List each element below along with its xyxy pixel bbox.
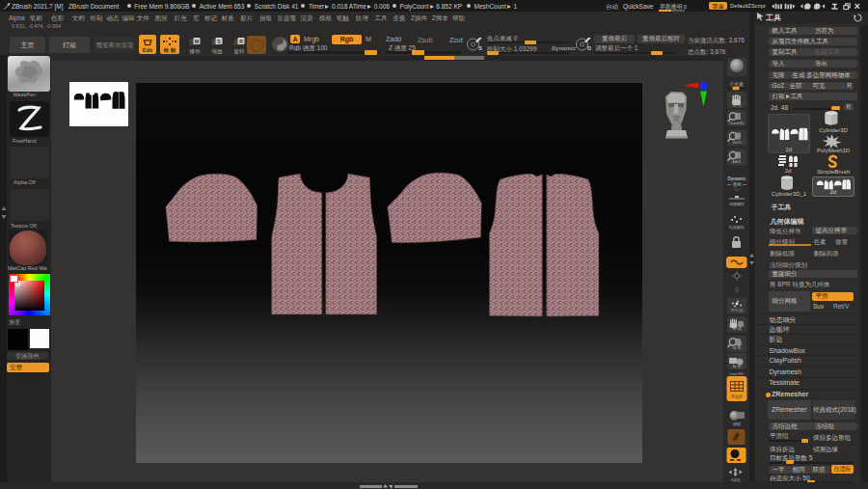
svg-text:子色素: 子色素 bbox=[729, 81, 744, 88]
svg-text:中心点: 中心点 bbox=[731, 308, 743, 312]
svg-text:D: D bbox=[587, 45, 591, 51]
svg-text:旋转: 旋转 bbox=[233, 48, 246, 55]
svg-text:缩 放: 缩 放 bbox=[732, 345, 741, 350]
svg-text:R: R bbox=[239, 39, 243, 44]
svg-text:Edit: Edit bbox=[142, 47, 152, 53]
svg-text:缩放: 缩放 bbox=[212, 48, 224, 55]
svg-text:100%: 100% bbox=[732, 140, 743, 145]
svg-text:地面网格: 地面网格 bbox=[728, 202, 745, 206]
svg-text:S: S bbox=[478, 45, 482, 51]
svg-text:梼材: 梼材 bbox=[733, 421, 741, 427]
svg-text:吐对称吐: 吐对称吐 bbox=[729, 225, 745, 230]
svg-text:─□─: ─□─ bbox=[732, 187, 741, 192]
svg-text:旋 转: 旋 转 bbox=[732, 364, 742, 368]
svg-text:滚 动: 滚 动 bbox=[732, 102, 741, 107]
svg-text:移 动: 移 动 bbox=[732, 326, 741, 331]
svg-text:静音球: 静音球 bbox=[732, 71, 743, 76]
svg-text:Zoom3D: Zoom3D bbox=[729, 121, 744, 125]
svg-text:M: M bbox=[195, 39, 199, 44]
svg-text:Q: Q bbox=[735, 286, 739, 292]
svg-text:Dynamic: Dynamic bbox=[728, 177, 746, 181]
svg-text:移动: 移动 bbox=[190, 48, 202, 55]
svg-text:绘 制: 绘 制 bbox=[163, 47, 176, 54]
svg-text:PolyF: PolyF bbox=[731, 394, 743, 399]
svg-text:S: S bbox=[217, 39, 221, 44]
svg-text:Line Fill: Line Fill bbox=[730, 371, 744, 376]
svg-text:AA半: AA半 bbox=[732, 159, 741, 164]
